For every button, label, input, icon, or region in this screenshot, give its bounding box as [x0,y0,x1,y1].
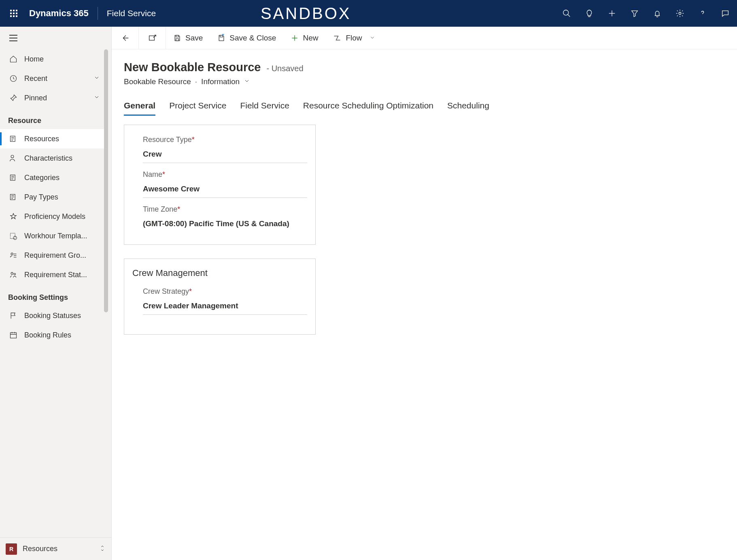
svg-rect-22 [11,233,15,238]
search-icon[interactable] [561,7,573,19]
sidebar-item-label: Workhour Templa... [24,232,87,240]
save-close-label: Save & Close [229,34,276,42]
star-icon [8,212,19,221]
field-value[interactable]: Crew [143,150,307,163]
svg-point-19 [11,155,14,158]
tab-scheduling[interactable]: Scheduling [447,101,489,116]
sidebar-group-resource: Resource [0,108,104,129]
sidebar-scrollbar[interactable] [104,49,108,312]
svg-rect-8 [16,15,17,17]
field-label: Crew Strategy* [143,287,307,296]
open-new-window-button[interactable] [139,27,166,49]
back-button[interactable] [112,27,139,49]
svg-rect-4 [13,13,15,14]
sidebar-item-label: Requirement Stat... [24,271,87,279]
divider [98,7,98,20]
people-icon [8,271,19,279]
clock-icon [8,74,19,83]
sidebar-item-proficiency-models[interactable]: Proficiency Models [0,207,104,226]
app-module-name[interactable]: Field Service [107,8,156,18]
product-name[interactable]: Dynamics 365 [29,8,89,19]
gear-icon[interactable] [674,7,686,19]
field-label: Time Zone* [143,205,307,214]
plus-icon[interactable] [606,7,618,19]
global-header: Dynamics 365 Field Service SANDBOX [0,0,737,27]
field-crew-strategy[interactable]: Crew Strategy* Crew Leader Management [143,287,307,315]
sidebar-item-label: Recent [24,74,47,83]
group-icon [8,251,19,259]
chevron-down-icon [93,74,100,83]
person-icon [8,154,19,162]
svg-rect-2 [16,10,17,11]
chevron-down-icon [244,77,250,86]
calendar-icon [8,331,19,339]
sidebar-item-home[interactable]: Home [0,49,104,69]
chat-icon[interactable] [719,7,731,19]
sidebar-item-requirement-groups[interactable]: Requirement Gro... [0,246,104,265]
command-bar: Save Save & Close New Flow [112,27,737,49]
sidebar-item-pinned[interactable]: Pinned [0,88,104,108]
filter-icon[interactable] [629,7,641,19]
flow-label: Flow [346,34,362,42]
sidebar-item-booking-rules[interactable]: Booking Rules [0,325,104,345]
sidebar-item-pay-types[interactable]: Pay Types [0,187,104,207]
sidebar-item-resources[interactable]: Resources [0,129,104,148]
flow-button[interactable]: Flow [325,27,382,49]
sidebar-item-label: Resources [24,135,59,143]
template-icon [8,232,19,240]
svg-point-24 [11,253,13,255]
form-tabs: General Project Service Field Service Re… [124,101,737,116]
form-selector[interactable]: Bookable Resource · Information [124,77,737,86]
svg-rect-7 [13,15,15,17]
chevron-updown-icon [99,544,106,554]
area-tile: R [6,543,17,555]
area-label: Resources [23,545,57,553]
field-name[interactable]: Name* Awesome Crew [143,170,307,198]
save-label: Save [185,34,203,42]
tab-general[interactable]: General [124,101,155,116]
sidebar-item-label: Proficiency Models [24,212,85,221]
save-close-button[interactable]: Save & Close [210,27,283,49]
bell-icon[interactable] [651,7,663,19]
lightbulb-icon[interactable] [583,7,595,19]
sidebar-item-categories[interactable]: Categories [0,168,104,187]
new-button[interactable]: New [283,27,325,49]
flag-icon [8,312,19,320]
crew-management-section: Crew Management Crew Strategy* Crew Lead… [124,259,316,335]
help-icon[interactable] [697,7,709,19]
sidebar-item-recent[interactable]: Recent [0,69,104,88]
list-icon [8,174,19,182]
sidebar-toggle[interactable] [0,27,111,49]
svg-rect-1 [13,10,15,11]
environment-badge: SANDBOX [261,4,351,23]
field-value[interactable]: Awesome Crew [143,185,307,198]
form-name: Information [201,77,240,86]
sidebar-item-booking-statuses[interactable]: Booking Statuses [0,306,104,325]
field-timezone[interactable]: Time Zone* (GMT-08:00) Pacific Time (US … [143,205,307,232]
sidebar-item-requirement-statuses[interactable]: Requirement Stat... [0,265,104,284]
general-section: Resource Type* Crew Name* Awesome Crew T… [124,125,316,245]
sidebar-item-label: Pay Types [24,193,58,202]
field-value[interactable]: Crew Leader Management [143,301,307,315]
sidebar-item-label: Booking Rules [24,331,71,339]
save-button[interactable]: Save [166,27,210,49]
new-label: New [303,34,318,42]
tab-rso[interactable]: Resource Scheduling Optimization [303,101,433,116]
tab-project-service[interactable]: Project Service [169,101,226,116]
sidebar-item-label: Booking Statuses [24,312,81,320]
app-launcher-icon[interactable] [6,5,22,21]
entity-name: Bookable Resource [124,77,191,86]
field-value[interactable]: (GMT-08:00) Pacific Time (US & Canada) [143,219,307,232]
svg-rect-28 [149,36,155,40]
home-icon [8,55,19,63]
area-switcher[interactable]: R Resources [0,537,111,560]
sidebar-item-label: Requirement Gro... [24,251,86,260]
page-title-row: New Bookable Resource - Unsaved [124,61,737,74]
section-title: Crew Management [132,268,307,278]
field-label: Resource Type* [143,136,307,144]
field-resource-type[interactable]: Resource Type* Crew [143,136,307,163]
breadcrumb-sep: · [195,77,197,86]
sidebar-item-workhour-templates[interactable]: Workhour Templa... [0,226,104,246]
sidebar-item-characteristics[interactable]: Characteristics [0,148,104,168]
tab-field-service[interactable]: Field Service [240,101,289,116]
